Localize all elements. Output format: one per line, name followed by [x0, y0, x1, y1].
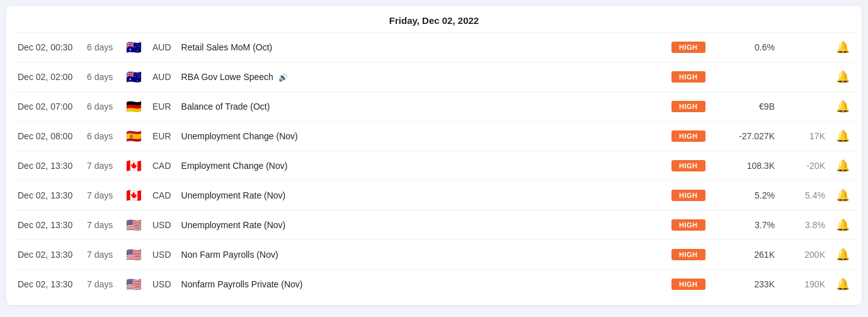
- country-flag: 🇨🇦: [120, 151, 147, 181]
- impact-badge: HIGH: [671, 101, 705, 112]
- impact-badge-cell: HIGH: [666, 33, 723, 62]
- table-row: Dec 02, 13:30 7 days 🇺🇸 USD Non Farm Pay…: [13, 240, 855, 270]
- actual-value: 261K: [723, 240, 780, 270]
- impact-badge: HIGH: [671, 71, 705, 83]
- country-flag: 🇨🇦: [120, 181, 147, 210]
- table-row: Dec 02, 00:30 6 days 🇦🇺 AUD Retail Sales…: [13, 33, 855, 62]
- country-flag: 🇺🇸: [120, 270, 147, 299]
- impact-badge: HIGH: [671, 279, 705, 290]
- event-date: Dec 02, 07:00: [13, 92, 82, 122]
- impact-badge: HIGH: [671, 130, 705, 142]
- currency-code: USD: [147, 270, 176, 299]
- currency-code: AUD: [147, 62, 176, 92]
- country-flag: 🇦🇺: [120, 62, 147, 92]
- event-date: Dec 02, 08:00: [13, 122, 82, 151]
- event-name: Employment Change (Nov): [176, 151, 666, 181]
- currency-code: USD: [147, 240, 176, 270]
- event-date: Dec 02, 13:30: [13, 210, 82, 240]
- forecast-value: 3.8%: [780, 210, 830, 240]
- event-date: Dec 02, 02:00: [13, 62, 82, 92]
- table-row: Dec 02, 13:30 7 days 🇺🇸 USD Nonfarm Payr…: [13, 270, 855, 299]
- currency-code: USD: [147, 210, 176, 240]
- impact-badge-cell: HIGH: [666, 240, 723, 270]
- country-flag: 🇺🇸: [120, 210, 147, 240]
- bell-button[interactable]: 🔔: [830, 181, 855, 210]
- bell-button[interactable]: 🔔: [830, 62, 855, 92]
- bell-button[interactable]: 🔔: [830, 210, 855, 240]
- forecast-value: 17K: [780, 122, 830, 151]
- table-row: Dec 02, 07:00 6 days 🇩🇪 EUR Balance of T…: [13, 92, 855, 122]
- forecast-value: 190K: [780, 270, 830, 299]
- table-row: Dec 02, 13:30 7 days 🇺🇸 USD Unemployment…: [13, 210, 855, 240]
- page-title: Friday, Dec 02, 2022: [13, 6, 855, 33]
- actual-value: €9B: [723, 92, 780, 122]
- country-flag: 🇺🇸: [120, 240, 147, 270]
- impact-badge-cell: HIGH: [666, 92, 723, 122]
- forecast-value: 5.4%: [780, 181, 830, 210]
- event-name: Balance of Trade (Oct): [176, 92, 666, 122]
- event-days: 7 days: [82, 210, 120, 240]
- event-days: 7 days: [82, 270, 120, 299]
- table-row: Dec 02, 13:30 7 days 🇨🇦 CAD Unemployment…: [13, 181, 855, 210]
- actual-value: 233K: [723, 270, 780, 299]
- bell-button[interactable]: 🔔: [830, 92, 855, 122]
- currency-code: CAD: [147, 181, 176, 210]
- forecast-value: -20K: [780, 151, 830, 181]
- forecast-value: [780, 62, 830, 92]
- event-days: 6 days: [82, 33, 120, 62]
- country-flag: 🇩🇪: [120, 92, 147, 122]
- forecast-value: [780, 92, 830, 122]
- event-date: Dec 02, 00:30: [13, 33, 82, 62]
- forecast-value: 200K: [780, 240, 830, 270]
- table-row: Dec 02, 13:30 7 days 🇨🇦 CAD Employment C…: [13, 151, 855, 181]
- main-container: Friday, Dec 02, 2022 Dec 02, 00:30 6 day…: [6, 6, 862, 305]
- actual-value: -27.027K: [723, 122, 780, 151]
- event-days: 7 days: [82, 181, 120, 210]
- event-name: Unemployment Rate (Nov): [176, 210, 666, 240]
- country-flag: 🇪🇸: [120, 122, 147, 151]
- actual-value: 5.2%: [723, 181, 780, 210]
- impact-badge-cell: HIGH: [666, 151, 723, 181]
- actual-value: 0.6%: [723, 33, 780, 62]
- bell-button[interactable]: 🔔: [830, 270, 855, 299]
- impact-badge-cell: HIGH: [666, 122, 723, 151]
- event-name: RBA Gov Lowe Speech 🔊: [176, 62, 666, 92]
- table-row: Dec 02, 08:00 6 days 🇪🇸 EUR Unemployment…: [13, 122, 855, 151]
- event-days: 6 days: [82, 122, 120, 151]
- impact-badge-cell: HIGH: [666, 270, 723, 299]
- impact-badge: HIGH: [671, 219, 705, 231]
- bell-button[interactable]: 🔔: [830, 151, 855, 181]
- event-date: Dec 02, 13:30: [13, 270, 82, 299]
- bell-button[interactable]: 🔔: [830, 240, 855, 270]
- event-name: Nonfarm Payrolls Private (Nov): [176, 270, 666, 299]
- impact-badge: HIGH: [671, 160, 705, 171]
- event-date: Dec 02, 13:30: [13, 151, 82, 181]
- event-name: Unemployment Rate (Nov): [176, 181, 666, 210]
- impact-badge: HIGH: [671, 190, 705, 201]
- event-days: 6 days: [82, 92, 120, 122]
- currency-code: EUR: [147, 122, 176, 151]
- actual-value: 108.3K: [723, 151, 780, 181]
- country-flag: 🇦🇺: [120, 33, 147, 62]
- impact-badge: HIGH: [671, 249, 705, 260]
- event-name: Retail Sales MoM (Oct): [176, 33, 666, 62]
- actual-value: [723, 62, 780, 92]
- bell-button[interactable]: 🔔: [830, 122, 855, 151]
- event-days: 6 days: [82, 62, 120, 92]
- impact-badge-cell: HIGH: [666, 62, 723, 92]
- table-row: Dec 02, 02:00 6 days 🇦🇺 AUD RBA Gov Lowe…: [13, 62, 855, 92]
- event-date: Dec 02, 13:30: [13, 181, 82, 210]
- events-table: Dec 02, 00:30 6 days 🇦🇺 AUD Retail Sales…: [13, 33, 855, 299]
- actual-value: 3.7%: [723, 210, 780, 240]
- event-days: 7 days: [82, 240, 120, 270]
- forecast-value: [780, 33, 830, 62]
- impact-badge: HIGH: [671, 42, 705, 53]
- event-name: Non Farm Payrolls (Nov): [176, 240, 666, 270]
- currency-code: AUD: [147, 33, 176, 62]
- bell-button[interactable]: 🔔: [830, 33, 855, 62]
- event-days: 7 days: [82, 151, 120, 181]
- currency-code: CAD: [147, 151, 176, 181]
- impact-badge-cell: HIGH: [666, 181, 723, 210]
- event-name: Unemployment Change (Nov): [176, 122, 666, 151]
- event-date: Dec 02, 13:30: [13, 240, 82, 270]
